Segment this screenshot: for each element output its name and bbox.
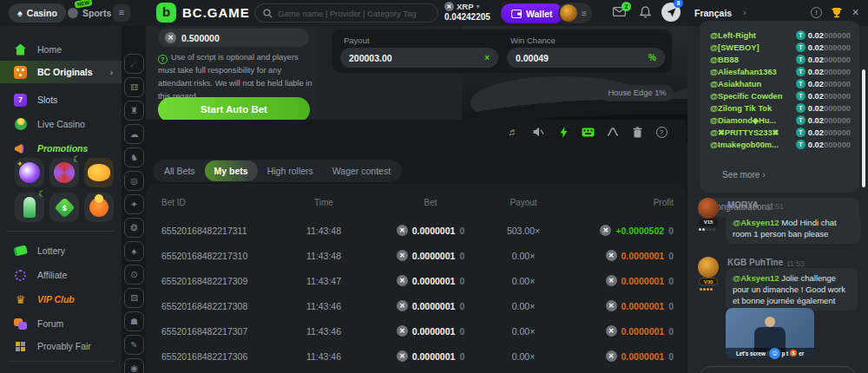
bet-id: 65520168482217309 [161, 276, 247, 286]
table-row[interactable]: 65520168482217306 11:43:46 ✕0.00000010 0… [146, 344, 686, 370]
sidebar-item-affiliate[interactable]: Affiliate [0, 264, 122, 286]
tip-username[interactable]: @Left-Right [710, 31, 796, 40]
profile-menu[interactable]: ≡ [558, 3, 592, 23]
bet-amount: 0.0000001 [412, 301, 456, 311]
notifications-button[interactable] [640, 6, 651, 18]
game-icon-9[interactable]: ♠ [124, 241, 144, 261]
sidebar-item-bc-originals[interactable]: BC Originals › [0, 61, 122, 83]
tip-username[interactable]: @[SWEBOY] [710, 43, 796, 52]
mail-button[interactable]: 2 [613, 7, 626, 16]
game-icon-7[interactable]: ✦ [124, 194, 144, 214]
table-row[interactable]: 65520168482217308 11:43:46 ✕0.00000010 0… [146, 294, 686, 319]
sports-toggle[interactable]: Sports NEW [68, 3, 111, 23]
promo-tile-wheel[interactable]: ☾ [49, 158, 79, 187]
promo-tile-referral[interactable] [84, 193, 114, 222]
tip-username[interactable]: @Asiakhatun [710, 80, 796, 88]
sidebar-label: Slots [37, 95, 57, 105]
emoji-reaction-button[interactable]: ☺ [767, 346, 782, 361]
game-icon-14[interactable]: ◉ [124, 358, 144, 373]
game-icon-5[interactable]: ♞ [124, 147, 144, 167]
table-row[interactable]: 65520168482217311 11:43:48 ✕0.00000010 5… [146, 219, 686, 244]
music-toggle[interactable]: ♬ [506, 125, 520, 139]
bet-id: 65520168482217311 [161, 226, 247, 236]
mention-link[interactable]: @Aksyen12 [733, 273, 779, 283]
chat-rules-icon[interactable]: ! [811, 7, 822, 18]
sidebar-item-home[interactable]: Home [0, 38, 122, 61]
promo-tile-rocket[interactable]: ☾ [15, 193, 44, 222]
game-action-bar: ♬ [146, 120, 686, 143]
game-icon-4[interactable]: ☁ [124, 124, 144, 144]
game-icon-11[interactable]: ⚄ [124, 288, 144, 308]
xrp-coin-icon: ✕ [606, 300, 617, 311]
game-icon-6[interactable]: ◎ [124, 171, 144, 191]
currency-selector[interactable]: ✕ XRP ▾ 0.04242205 [444, 2, 496, 22]
table-row[interactable]: 65520168482217310 11:43:48 ✕0.00000010 0… [146, 244, 686, 269]
sidebar-item-live-casino[interactable]: Live Casino [0, 113, 122, 135]
sidebar-item-provably-fair[interactable]: Provably Fair [0, 335, 122, 357]
tip-username[interactable]: @BB88 [710, 56, 796, 64]
casino-toggle[interactable]: ♠ Casino [9, 3, 66, 23]
game-icon-3[interactable]: ♜ [124, 101, 144, 121]
game-icon-2[interactable]: ⚅ [124, 77, 144, 97]
tip-username[interactable]: @✖PRITTYS233✖ [710, 128, 796, 137]
token-icon: T [796, 103, 806, 113]
tab-my-bets[interactable]: My bets [205, 160, 258, 181]
game-icon-10[interactable]: ⊙ [124, 265, 144, 285]
win-chance-input[interactable]: 0.00049 % [507, 48, 665, 68]
start-auto-bet-button[interactable]: Start Auto Bet [158, 97, 310, 122]
chat-scrollbar[interactable] [862, 69, 865, 187]
see-more-link[interactable]: See more › [722, 170, 765, 180]
mention-link[interactable]: @Aksyen12 [733, 218, 779, 227]
tab-all-bets[interactable]: All Bets [155, 160, 205, 181]
language-selector[interactable]: Français [694, 8, 732, 18]
brand-logo[interactable]: b BC.GAME [156, 3, 250, 23]
help-button[interactable]: ? [654, 125, 668, 139]
chat-input[interactable] [700, 366, 856, 373]
game-icon-1[interactable]: ☄ [124, 54, 144, 74]
chat-toggle-button[interactable]: 8 [661, 3, 681, 22]
sidebar-label: Provably Fair [37, 341, 91, 351]
tip-username[interactable]: @Aliesfahan1363 [710, 68, 796, 76]
search-input[interactable] [278, 9, 430, 18]
sidebar-item-slots[interactable]: 7 Slots [0, 88, 122, 111]
tip-username[interactable]: @Diamond◆Hu... [710, 115, 796, 125]
sidebar-item-vip-club[interactable]: ♛ VIP Club [0, 288, 122, 311]
trends-button[interactable] [606, 125, 620, 139]
sidebar-item-forum[interactable]: Forum [0, 312, 122, 335]
payout-input[interactable]: 200003.00 × [340, 48, 498, 68]
wallet-button[interactable]: Wallet [501, 3, 563, 23]
game-search[interactable] [254, 3, 438, 23]
basketball-icon [68, 8, 78, 18]
tip-row: @Zilong Tik TokT0.02000000 [700, 102, 859, 114]
sound-toggle[interactable] [531, 125, 545, 139]
tab-wager-contest[interactable]: Wager contest [323, 160, 400, 181]
close-chat-icon[interactable]: ✕ [852, 7, 859, 18]
chat-username[interactable]: KGB PuhTine [727, 258, 783, 267]
clear-history-button[interactable] [630, 125, 644, 139]
promo-tile-deals[interactable]: $ [49, 193, 79, 222]
sidebar-item-promotions[interactable]: Promotions [0, 137, 122, 160]
game-icon-8[interactable]: ❂ [124, 218, 144, 238]
chat-username[interactable]: MORYA [727, 200, 759, 210]
game-icon-13[interactable]: ✎ [124, 335, 144, 355]
hotkeys-toggle[interactable] [581, 125, 595, 139]
contest-button[interactable] [831, 7, 843, 18]
promo-tile-piggy[interactable] [84, 158, 114, 187]
tip-username[interactable]: @Zilong Tik Tok [710, 104, 796, 113]
table-row[interactable]: 65520168482217309 11:43:47 ✕0.00000010 0… [146, 269, 686, 294]
tab-high-rollers[interactable]: High rollers [258, 160, 323, 181]
game-icon-12[interactable]: ☗ [124, 311, 144, 331]
token-icon: T [796, 140, 806, 149]
bet-id: 65520168482217310 [161, 251, 247, 261]
xrp-coin-icon: ✕ [397, 350, 408, 362]
promo-tile-spin[interactable]: ✦ [15, 158, 44, 187]
menu-icon[interactable]: ≡ [113, 4, 130, 22]
avatar[interactable] [698, 198, 719, 219]
avatar[interactable] [698, 257, 719, 278]
tip-username[interactable]: @Specific Cowden [710, 92, 796, 101]
table-row[interactable]: 65520168482217307 11:43:46 ✕0.00000010 0… [146, 319, 686, 344]
tip-username[interactable]: @Imakegob00m... [710, 141, 796, 149]
turbo-toggle[interactable] [556, 125, 570, 139]
sidebar-item-lottery[interactable]: Lottery [0, 239, 122, 262]
bet-amount-input[interactable]: ✕ 0.500000 [158, 29, 309, 47]
